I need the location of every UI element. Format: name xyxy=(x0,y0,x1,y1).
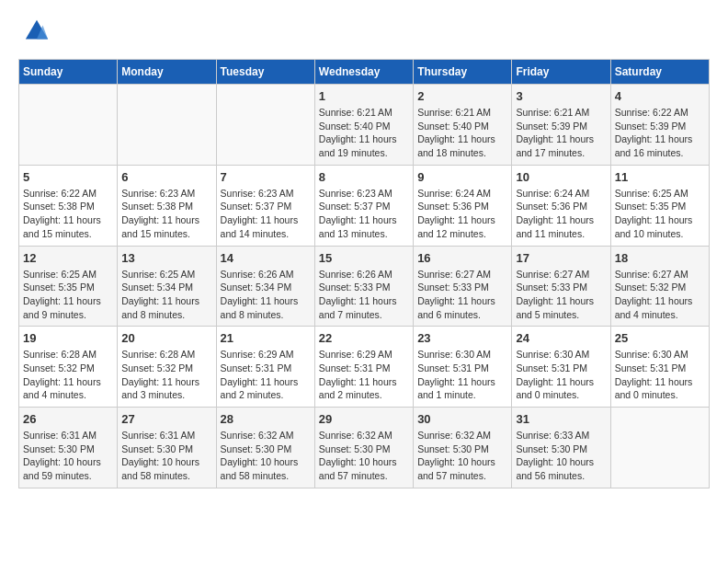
day-info: Sunrise: 6:31 AM Sunset: 5:30 PM Dayligh… xyxy=(23,429,113,483)
calendar-week-row: 12Sunrise: 6:25 AM Sunset: 5:35 PM Dayli… xyxy=(19,246,710,327)
day-info: Sunrise: 6:32 AM Sunset: 5:30 PM Dayligh… xyxy=(417,429,507,483)
calendar-cell: 26Sunrise: 6:31 AM Sunset: 5:30 PM Dayli… xyxy=(19,408,118,488)
day-info: Sunrise: 6:22 AM Sunset: 5:39 PM Dayligh… xyxy=(615,106,705,160)
day-info: Sunrise: 6:25 AM Sunset: 5:35 PM Dayligh… xyxy=(615,187,705,241)
day-number: 26 xyxy=(23,412,113,426)
calendar-cell: 22Sunrise: 6:29 AM Sunset: 5:31 PM Dayli… xyxy=(314,327,413,408)
calendar-cell: 16Sunrise: 6:27 AM Sunset: 5:33 PM Dayli… xyxy=(414,246,512,327)
calendar-week-row: 26Sunrise: 6:31 AM Sunset: 5:30 PM Dayli… xyxy=(19,408,710,488)
day-info: Sunrise: 6:22 AM Sunset: 5:38 PM Dayligh… xyxy=(23,187,113,241)
calendar-cell: 19Sunrise: 6:28 AM Sunset: 5:32 PM Dayli… xyxy=(19,327,118,408)
page-header xyxy=(18,18,710,44)
calendar-cell: 15Sunrise: 6:26 AM Sunset: 5:33 PM Dayli… xyxy=(314,246,413,327)
calendar-cell: 25Sunrise: 6:30 AM Sunset: 5:31 PM Dayli… xyxy=(610,327,709,408)
day-of-week-header: Sunday xyxy=(19,60,118,85)
day-of-week-header: Saturday xyxy=(610,60,709,85)
day-number: 25 xyxy=(615,331,705,345)
calendar-cell: 1Sunrise: 6:21 AM Sunset: 5:40 PM Daylig… xyxy=(314,85,413,166)
calendar-header-row: SundayMondayTuesdayWednesdayThursdayFrid… xyxy=(19,60,710,85)
day-info: Sunrise: 6:27 AM Sunset: 5:33 PM Dayligh… xyxy=(516,268,606,322)
day-number: 8 xyxy=(319,170,409,184)
calendar-cell: 29Sunrise: 6:32 AM Sunset: 5:30 PM Dayli… xyxy=(314,408,413,488)
day-number: 15 xyxy=(319,251,409,265)
day-of-week-header: Tuesday xyxy=(216,60,314,85)
calendar-cell xyxy=(19,85,118,166)
day-number: 4 xyxy=(615,89,705,103)
day-info: Sunrise: 6:21 AM Sunset: 5:40 PM Dayligh… xyxy=(319,106,409,160)
day-number: 6 xyxy=(121,170,211,184)
day-info: Sunrise: 6:33 AM Sunset: 5:30 PM Dayligh… xyxy=(516,429,606,483)
calendar-cell: 8Sunrise: 6:23 AM Sunset: 5:37 PM Daylig… xyxy=(314,165,413,246)
calendar-cell: 17Sunrise: 6:27 AM Sunset: 5:33 PM Dayli… xyxy=(512,246,610,327)
day-info: Sunrise: 6:27 AM Sunset: 5:32 PM Dayligh… xyxy=(615,268,705,322)
calendar-cell: 5Sunrise: 6:22 AM Sunset: 5:38 PM Daylig… xyxy=(19,165,118,246)
day-info: Sunrise: 6:27 AM Sunset: 5:33 PM Dayligh… xyxy=(417,268,507,322)
calendar-cell: 21Sunrise: 6:29 AM Sunset: 5:31 PM Dayli… xyxy=(216,327,314,408)
day-number: 18 xyxy=(615,251,705,265)
calendar-cell: 12Sunrise: 6:25 AM Sunset: 5:35 PM Dayli… xyxy=(19,246,118,327)
calendar-cell: 27Sunrise: 6:31 AM Sunset: 5:30 PM Dayli… xyxy=(118,408,216,488)
day-number: 17 xyxy=(516,251,606,265)
day-number: 30 xyxy=(417,412,507,426)
calendar-week-row: 1Sunrise: 6:21 AM Sunset: 5:40 PM Daylig… xyxy=(19,85,710,166)
day-number: 27 xyxy=(121,412,211,426)
calendar-cell: 23Sunrise: 6:30 AM Sunset: 5:31 PM Dayli… xyxy=(414,327,512,408)
day-number: 7 xyxy=(221,170,311,184)
day-number: 23 xyxy=(417,331,507,345)
calendar-cell: 2Sunrise: 6:21 AM Sunset: 5:40 PM Daylig… xyxy=(414,85,512,166)
day-number: 9 xyxy=(417,170,507,184)
day-info: Sunrise: 6:30 AM Sunset: 5:31 PM Dayligh… xyxy=(615,348,705,402)
day-info: Sunrise: 6:32 AM Sunset: 5:30 PM Dayligh… xyxy=(319,429,409,483)
day-info: Sunrise: 6:28 AM Sunset: 5:32 PM Dayligh… xyxy=(121,348,211,402)
day-number: 5 xyxy=(23,170,113,184)
calendar-cell: 9Sunrise: 6:24 AM Sunset: 5:36 PM Daylig… xyxy=(414,165,512,246)
calendar-cell: 28Sunrise: 6:32 AM Sunset: 5:30 PM Dayli… xyxy=(216,408,314,488)
day-info: Sunrise: 6:24 AM Sunset: 5:36 PM Dayligh… xyxy=(417,187,507,241)
day-info: Sunrise: 6:31 AM Sunset: 5:30 PM Dayligh… xyxy=(121,429,211,483)
day-number: 16 xyxy=(417,251,507,265)
day-number: 13 xyxy=(121,251,211,265)
day-number: 1 xyxy=(319,89,409,103)
day-info: Sunrise: 6:24 AM Sunset: 5:36 PM Dayligh… xyxy=(516,187,606,241)
day-info: Sunrise: 6:21 AM Sunset: 5:40 PM Dayligh… xyxy=(417,106,507,160)
day-of-week-header: Wednesday xyxy=(314,60,413,85)
day-info: Sunrise: 6:23 AM Sunset: 5:37 PM Dayligh… xyxy=(221,187,311,241)
day-number: 11 xyxy=(615,170,705,184)
day-of-week-header: Thursday xyxy=(414,60,512,85)
day-number: 22 xyxy=(319,331,409,345)
logo xyxy=(18,18,50,44)
day-number: 24 xyxy=(516,331,606,345)
calendar-cell: 13Sunrise: 6:25 AM Sunset: 5:34 PM Dayli… xyxy=(118,246,216,327)
day-of-week-header: Monday xyxy=(118,60,216,85)
day-number: 2 xyxy=(417,89,507,103)
calendar-cell: 4Sunrise: 6:22 AM Sunset: 5:39 PM Daylig… xyxy=(610,85,709,166)
day-info: Sunrise: 6:29 AM Sunset: 5:31 PM Dayligh… xyxy=(319,348,409,402)
day-number: 28 xyxy=(221,412,311,426)
calendar-cell xyxy=(610,408,709,488)
day-info: Sunrise: 6:28 AM Sunset: 5:32 PM Dayligh… xyxy=(23,348,113,402)
day-info: Sunrise: 6:30 AM Sunset: 5:31 PM Dayligh… xyxy=(417,348,507,402)
day-info: Sunrise: 6:29 AM Sunset: 5:31 PM Dayligh… xyxy=(221,348,311,402)
day-info: Sunrise: 6:21 AM Sunset: 5:39 PM Dayligh… xyxy=(516,106,606,160)
calendar-cell: 30Sunrise: 6:32 AM Sunset: 5:30 PM Dayli… xyxy=(414,408,512,488)
calendar-cell: 14Sunrise: 6:26 AM Sunset: 5:34 PM Dayli… xyxy=(216,246,314,327)
day-number: 14 xyxy=(221,251,311,265)
calendar-week-row: 5Sunrise: 6:22 AM Sunset: 5:38 PM Daylig… xyxy=(19,165,710,246)
calendar-cell: 24Sunrise: 6:30 AM Sunset: 5:31 PM Dayli… xyxy=(512,327,610,408)
day-info: Sunrise: 6:25 AM Sunset: 5:35 PM Dayligh… xyxy=(23,268,113,322)
calendar-cell: 31Sunrise: 6:33 AM Sunset: 5:30 PM Dayli… xyxy=(512,408,610,488)
logo-icon xyxy=(24,18,50,44)
day-number: 12 xyxy=(23,251,113,265)
calendar-cell: 11Sunrise: 6:25 AM Sunset: 5:35 PM Dayli… xyxy=(610,165,709,246)
calendar-cell: 18Sunrise: 6:27 AM Sunset: 5:32 PM Dayli… xyxy=(610,246,709,327)
day-info: Sunrise: 6:25 AM Sunset: 5:34 PM Dayligh… xyxy=(121,268,211,322)
calendar-cell xyxy=(216,85,314,166)
day-info: Sunrise: 6:23 AM Sunset: 5:37 PM Dayligh… xyxy=(319,187,409,241)
day-info: Sunrise: 6:23 AM Sunset: 5:38 PM Dayligh… xyxy=(121,187,211,241)
day-number: 10 xyxy=(516,170,606,184)
day-info: Sunrise: 6:26 AM Sunset: 5:34 PM Dayligh… xyxy=(221,268,311,322)
calendar-cell: 10Sunrise: 6:24 AM Sunset: 5:36 PM Dayli… xyxy=(512,165,610,246)
calendar-table: SundayMondayTuesdayWednesdayThursdayFrid… xyxy=(18,59,710,488)
calendar-cell: 3Sunrise: 6:21 AM Sunset: 5:39 PM Daylig… xyxy=(512,85,610,166)
day-number: 29 xyxy=(319,412,409,426)
